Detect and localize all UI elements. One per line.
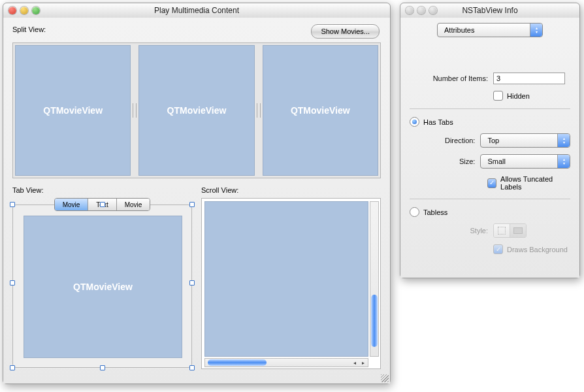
main-window: Play Multimedia Content Split View: Show… xyxy=(3,3,391,384)
minimize-icon[interactable] xyxy=(417,7,425,14)
split-pane-1[interactable]: QTMovieView xyxy=(15,45,131,176)
direction-label: Direction: xyxy=(410,137,475,144)
minimize-icon[interactable] xyxy=(20,7,28,14)
popup-arrows-icon: ▴▾ xyxy=(530,24,542,37)
split-pane-3[interactable]: QTMovieView xyxy=(263,45,378,176)
movie-placeholder: QTMovieView xyxy=(73,282,133,292)
size-label: Size: xyxy=(410,157,475,165)
tab-content: QTMovieView xyxy=(12,204,192,368)
divider xyxy=(410,108,570,109)
tab-view-label: Tab View: xyxy=(12,186,44,194)
movie-placeholder: QTMovieView xyxy=(43,105,103,116)
popup-arrows-icon: ▴▾ xyxy=(557,155,570,168)
split-pane-2[interactable]: QTMovieView xyxy=(138,45,254,176)
selection-handle[interactable] xyxy=(189,365,195,370)
style-segment xyxy=(493,223,527,238)
split-divider-2[interactable] xyxy=(256,45,261,176)
tab-movie-1[interactable]: Movie xyxy=(55,199,89,210)
style-line-icon xyxy=(510,224,526,237)
selection-handle[interactable] xyxy=(10,365,15,370)
close-icon[interactable] xyxy=(8,7,16,14)
selection-handle[interactable] xyxy=(189,202,195,207)
split-divider-1[interactable] xyxy=(132,45,137,176)
hidden-checkbox[interactable] xyxy=(493,91,503,101)
close-icon[interactable] xyxy=(406,7,414,14)
vertical-scroll-thumb[interactable] xyxy=(371,295,378,347)
scroll-left-icon[interactable]: ◂ xyxy=(351,359,359,367)
selection-handle[interactable] xyxy=(100,202,105,207)
zoom-icon[interactable] xyxy=(32,7,40,14)
split-view-label: Split View: xyxy=(12,25,46,33)
inspector-window: NSTabView Info Attributes ▴▾ Number of I… xyxy=(400,3,580,278)
main-titlebar[interactable]: Play Multimedia Content xyxy=(3,3,390,18)
movie-placeholder: QTMovieView xyxy=(291,105,350,116)
zoom-icon[interactable] xyxy=(429,7,437,14)
truncate-label: Allows Tuncated Labels xyxy=(500,175,570,191)
num-items-field[interactable] xyxy=(493,73,565,84)
selection-handle[interactable] xyxy=(10,280,15,286)
scroll-view: ◂ ▸ xyxy=(201,198,381,369)
horizontal-scrollbar[interactable]: ◂ ▸ xyxy=(204,358,368,367)
truncate-checkbox[interactable] xyxy=(487,178,496,188)
size-value: Small xyxy=(487,157,506,165)
hidden-label: Hidden xyxy=(507,92,530,100)
tab-movie-2[interactable]: Movie xyxy=(117,199,150,210)
scroll-content[interactable] xyxy=(204,201,368,357)
scroll-right-icon[interactable]: ▸ xyxy=(359,359,367,367)
has-tabs-radio[interactable] xyxy=(410,117,419,127)
draws-bg-checkbox xyxy=(493,244,503,254)
size-popup[interactable]: Small ▴▾ xyxy=(480,154,570,169)
tabless-label: Tabless xyxy=(423,208,447,216)
tab-movie-pane[interactable]: QTMovieView xyxy=(24,216,182,358)
vertical-scrollbar[interactable] xyxy=(370,201,379,357)
style-bezel-icon xyxy=(494,224,510,237)
inspector-titlebar[interactable]: NSTabView Info xyxy=(400,3,579,18)
scroll-view-label: Scroll View: xyxy=(201,186,238,194)
show-movies-button[interactable]: Show Movies... xyxy=(311,24,380,39)
selection-handle[interactable] xyxy=(10,202,15,207)
has-tabs-label: Has Tabs xyxy=(423,118,453,126)
tab-view[interactable]: Movie Text Movie QTMovieView xyxy=(12,198,192,368)
style-label: Style: xyxy=(410,227,488,235)
inspector-section-value: Attributes xyxy=(444,26,474,34)
window-title: Play Multimedia Content xyxy=(3,6,390,15)
num-items-label: Number of Items: xyxy=(410,74,488,82)
horizontal-scroll-thumb[interactable] xyxy=(208,359,267,366)
split-view: QTMovieView QTMovieView QTMovieView xyxy=(12,42,381,178)
inspector-section-popup[interactable]: Attributes ▴▾ xyxy=(437,23,543,37)
draws-bg-label: Draws Background xyxy=(507,246,568,253)
movie-placeholder: QTMovieView xyxy=(167,105,227,116)
divider xyxy=(410,199,570,199)
selection-handle[interactable] xyxy=(100,365,105,370)
selection-handle[interactable] xyxy=(189,280,195,286)
tabless-radio[interactable] xyxy=(410,207,419,217)
resize-grip-icon[interactable] xyxy=(381,374,389,382)
direction-value: Top xyxy=(487,137,499,144)
popup-arrows-icon: ▴▾ xyxy=(557,134,570,147)
direction-popup[interactable]: Top ▴▾ xyxy=(480,133,570,148)
